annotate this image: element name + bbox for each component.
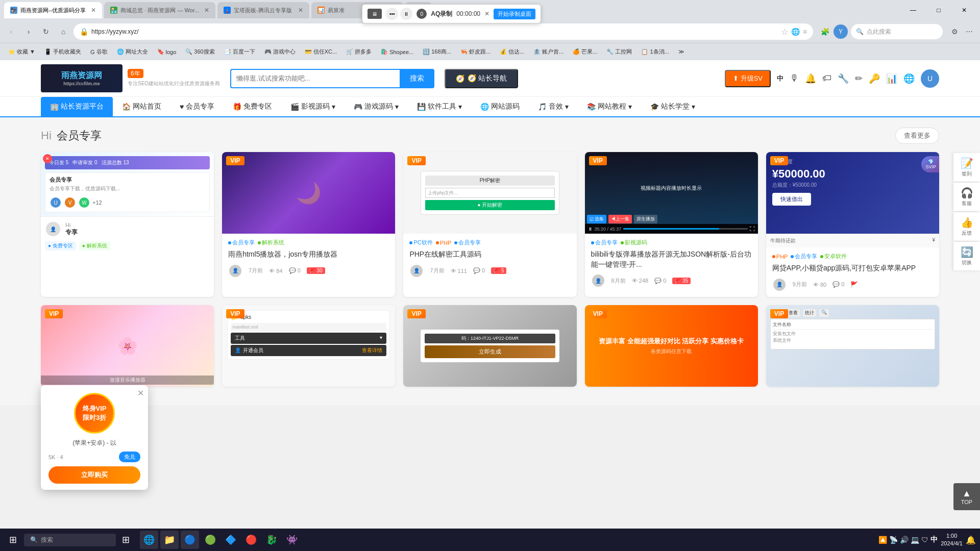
bookmark-shrimp[interactable]: 🦐 虾皮跟... [456, 46, 495, 57]
select-btn[interactable]: ☑ 选集 [587, 215, 606, 223]
nav-item-game[interactable]: 🎮 游戏源码 ▾ [345, 97, 408, 116]
bookmark-favorites[interactable]: ⭐ 收藏 ▼ [4, 46, 39, 57]
original-btn[interactable]: 原生播放 [634, 215, 657, 223]
top-button[interactable]: ▲ TOP [953, 483, 980, 510]
taskbar-app-red[interactable]: 🔴 [242, 531, 260, 549]
minimize-button[interactable]: — [901, 2, 925, 18]
aq-menu-button[interactable]: ••• [386, 8, 398, 20]
nav-item-audio[interactable]: 🎵 音效 ▾ [529, 97, 578, 116]
widget-signin[interactable]: 📝 签到 [953, 153, 980, 182]
bell-icon[interactable]: 🔔 [805, 73, 816, 84]
taskbar-app-game[interactable]: 👾 [283, 531, 301, 549]
task-view-icon[interactable]: ⊞ [118, 532, 134, 547]
taskbar-search[interactable]: 🔍 搜索 [24, 534, 116, 546]
tab-3[interactable]: 🗼 宝塔面板-腾讯云专享版 ✕ [217, 2, 309, 18]
battery-icon[interactable]: 💻 [911, 536, 919, 544]
bookmark-kongzhi[interactable]: 🔧 工控网 [602, 46, 636, 57]
widget-switch[interactable]: 🔄 切换 [953, 242, 980, 270]
home-button[interactable]: ⌂ [56, 24, 70, 39]
bookmark-nav[interactable]: 🌐 网址大全 [113, 46, 152, 57]
pencil-icon[interactable]: ✏ [855, 73, 863, 84]
site-guide-button[interactable]: 🧭 🧭 站长导航 [445, 69, 518, 88]
func-btn-3[interactable]: 统计 [803, 309, 816, 317]
bookmark-logo[interactable]: 🔖 logo [153, 47, 181, 57]
widget-feedback[interactable]: 👍 反馈 [953, 212, 980, 241]
key-icon[interactable]: 🔑 [869, 73, 880, 84]
quick-borrow-btn[interactable]: 快速借出 [772, 193, 811, 206]
lang-switch-icon[interactable]: 中 [930, 535, 938, 544]
reload-button[interactable]: ↻ [39, 24, 53, 39]
bookmark-1msg[interactable]: 📋 1条消... [637, 46, 673, 57]
bookmark-xinren[interactable]: 💳 信任XC... [301, 46, 341, 57]
taskbar-app-dragon[interactable]: 🐉 [262, 531, 281, 549]
generate-now-btn[interactable]: 立即生成 [425, 345, 555, 358]
nav-item-tutorial[interactable]: 📚 网站教程 ▾ [578, 97, 641, 116]
tab-close-1[interactable]: ✕ [91, 7, 96, 14]
header-search-input[interactable] [230, 69, 400, 88]
taskbar-app-explorer[interactable]: 📁 [160, 531, 179, 549]
start-button[interactable]: ⊞ [4, 532, 22, 547]
nav-item-website[interactable]: 🌐 网站源码 [471, 97, 529, 116]
tab-close-2[interactable]: ✕ [204, 7, 209, 14]
prev-icon[interactable]: ◀上一集 [608, 215, 632, 223]
widget-customer-service[interactable]: 🎧 客服 [953, 183, 980, 211]
taskbar-app-edge2[interactable]: 🔵 [181, 531, 199, 549]
user-avatar[interactable]: U [921, 69, 939, 88]
forward-button[interactable]: › [21, 24, 36, 39]
bookmark-star-icon[interactable]: ☆ [781, 27, 788, 37]
vip-popup-close[interactable]: ✕ [137, 388, 144, 398]
volume-icon[interactable]: 🔊 [900, 536, 909, 544]
menu-icon[interactable]: ⋯ [963, 25, 976, 38]
buy-now-button[interactable]: 立即购买 [48, 466, 140, 484]
card-vip-banner[interactable]: VIP 资源丰富 全能超强最好对比 活跃分享 实惠价格卡 各类源码任意下载 [585, 305, 758, 387]
card-apk[interactable]: VIP 📁 apks manifest.xml 工具 ▾ [222, 305, 395, 387]
card-loan-app[interactable]: VIP 可用额度 ¥50000.00 总额度：¥50000.00 快速借出 💎 … [766, 152, 939, 297]
quick-search[interactable]: 🔍 点此搜索 [851, 24, 943, 39]
mic-icon[interactable]: 🎙 [790, 73, 799, 84]
close-x-icon[interactable]: ✕ [43, 154, 52, 163]
network-icon[interactable]: 📡 [889, 536, 898, 544]
svip-button[interactable]: 💎 SVIP [921, 156, 939, 172]
bookmark-shopee[interactable]: 🛍️ Shopee... [377, 47, 418, 57]
nav-item-platform[interactable]: 🏢 站长资源平台 [41, 97, 113, 116]
bookmark-360[interactable]: 🔍 360搜索 [181, 46, 218, 57]
card-html5-player[interactable]: VIP 🌙 会员专享 解析系统 雨燕html5播放器，josn专用播放器 👤 7… [222, 152, 395, 297]
start-decrypt-btn[interactable]: ● 开始解密 [425, 200, 554, 210]
nav-item-vip[interactable]: ♥ 会员专享 [170, 97, 224, 116]
bookmark-mango[interactable]: 🍊 芒果... [569, 46, 601, 57]
card-php-decrypt[interactable]: VIP PHP解密 上传php文件... ● 开始解密 PC软件 PHP 会员专… [403, 152, 576, 297]
notification-icon[interactable]: 🔔 [966, 535, 976, 545]
tab-2[interactable]: 🏪 商城总览 · 雨燕资源网 — Wor... ✕ [104, 2, 215, 18]
address-bar[interactable]: 🔒 https://yyzyw.xyz/ ☆ 🌐 ≡ [74, 23, 813, 40]
view-more-button[interactable]: 查看更多 [895, 128, 939, 144]
bookmark-168[interactable]: 🔢 168商... [419, 46, 455, 57]
bookmark-games[interactable]: 🎮 游戏中心 [260, 46, 300, 57]
maximize-button[interactable]: □ [927, 2, 950, 18]
func-btn-2[interactable]: 查看 [787, 309, 800, 317]
bookmark-more[interactable]: ≫ [674, 47, 689, 57]
nav-item-video[interactable]: 🎬 影视源码 ▾ [281, 97, 345, 116]
taskbar-app-green[interactable]: 🟢 [201, 531, 219, 549]
close-button[interactable]: ✕ [952, 2, 976, 18]
nav-item-home[interactable]: 🏠 网站首页 [113, 97, 170, 116]
card-bilibili-player[interactable]: VIP 视频标题内容播放时长显示 ⏸ 35:20 / 45:37 ⛶ [585, 152, 758, 297]
reader-icon[interactable]: ≡ [803, 28, 807, 36]
translate-icon[interactable]: 🌐 [791, 28, 800, 36]
card-anime[interactable]: VIP 🌸 放漫音乐播放器 [41, 305, 214, 387]
site-logo[interactable]: 雨燕资源网 https://ccfilm.me [41, 64, 122, 92]
nav-item-free[interactable]: 🎁 免费专区 [224, 97, 281, 116]
tab-1[interactable]: 🦅 雨燕资源网--优质源码分享 ✕ [4, 2, 102, 18]
chart-icon[interactable]: 📊 [886, 73, 897, 84]
shield-sys-icon[interactable]: 🛡 [921, 536, 928, 544]
tag-icon[interactable]: 🏷 [822, 73, 831, 84]
taskbar-time[interactable]: 1:00 2024/4/1 [941, 532, 963, 548]
back-button[interactable]: ‹ [4, 24, 18, 39]
upgrade-button[interactable]: ⬆ 升级SV [725, 70, 771, 87]
profile-icon[interactable]: Y [834, 24, 848, 39]
bookmark-google[interactable]: G 谷歌 [86, 46, 112, 57]
nav-item-software[interactable]: 💾 软件工具 ▾ [408, 97, 471, 116]
bookmark-account[interactable]: 🏦 账户首... [529, 46, 568, 57]
taskbar-app-blue[interactable]: 🔷 [222, 531, 240, 549]
card-member-special[interactable]: 今日发 5 申请审发 0 活源总数 13 会员专享 会员专享下载，优质源码下载.… [41, 152, 214, 297]
nav-item-webmaster[interactable]: 🎓 站长学堂 ▾ [641, 97, 704, 116]
